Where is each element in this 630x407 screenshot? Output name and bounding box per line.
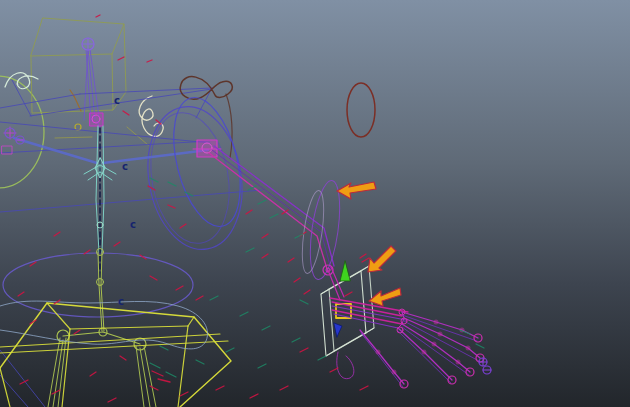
svg-text:c: c	[122, 161, 128, 172]
manipulator-down-arrow[interactable]	[334, 323, 342, 337]
shoulder-loop-tail[interactable]	[226, 94, 232, 158]
chest-circle-control-outer[interactable]	[137, 99, 253, 257]
mint-loop-curve[interactable]	[5, 73, 38, 89]
svg-text:c: c	[114, 95, 120, 106]
head-box-control-front[interactable]	[31, 54, 113, 113]
finger-thumb[interactable]	[360, 330, 404, 384]
joint-label-4: c	[118, 296, 124, 307]
left-shoulder-circle-control[interactable]	[0, 76, 44, 188]
hand-curve-loop[interactable]	[337, 352, 354, 379]
annotation-arrow-wrist-top	[368, 246, 396, 272]
maya-viewport[interactable]: cccc	[0, 0, 630, 407]
manipulator-up-arrow[interactable]	[340, 261, 350, 281]
chest-circle-control-inner[interactable]	[141, 106, 239, 249]
annotation-arrow-wrist-mid	[369, 288, 401, 306]
wrist-box-control-front[interactable]	[321, 271, 366, 356]
lower-spine-bones[interactable]	[98, 252, 104, 331]
elbow-ghost-ellipse[interactable]	[298, 189, 328, 275]
wrist-to-palm-bones[interactable]	[328, 267, 344, 300]
right-corner-joint-ticks[interactable]	[479, 358, 491, 370]
palm-bone-bundle-a[interactable]	[330, 298, 408, 324]
body-cage-lines[interactable]	[0, 80, 262, 407]
arm-bone-c[interactable]	[212, 150, 331, 269]
spine-bone-outline-b[interactable]	[102, 126, 104, 252]
joint-label-1: c	[114, 95, 120, 106]
joint-label-3: c	[130, 219, 136, 230]
svg-text:c: c	[130, 219, 136, 230]
joint-label-2: c	[122, 161, 128, 172]
cog-hexagon-inner-edges[interactable]	[0, 303, 228, 407]
cog-hexagon-control[interactable]	[0, 303, 231, 407]
head-orange-bone[interactable]	[70, 90, 81, 111]
viewport-canvas[interactable]: cccc	[0, 0, 630, 407]
spine-bone-outline[interactable]	[96, 126, 99, 252]
cream-flower-curve[interactable]	[139, 96, 163, 136]
spine-joint-3[interactable]	[97, 279, 104, 286]
head-box-control-top[interactable]	[31, 18, 124, 56]
svg-text:c: c	[118, 296, 124, 307]
neck-wires[interactable]	[55, 127, 148, 145]
annotation-arrow-elbow	[337, 182, 376, 199]
head-target-circle-control[interactable]	[347, 83, 375, 137]
arm-bone-a[interactable]	[214, 146, 334, 266]
leg-bones[interactable]	[48, 338, 156, 407]
